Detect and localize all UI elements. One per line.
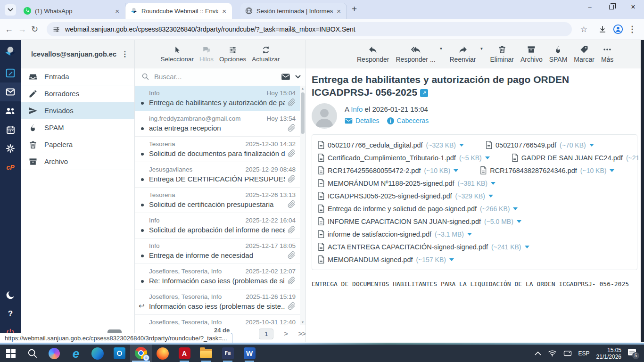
list-item[interactable]: Joseflores, Tesoreria, Info2025-10-31 12… — [135, 315, 300, 325]
fe-app-button[interactable]: F≡ — [217, 345, 239, 362]
headers-toggle[interactable]: Cabeceras — [387, 117, 429, 124]
attachment-item[interactable]: RCR1768438287624346.pdf (~10 KB) — [480, 166, 614, 174]
attachment-item[interactable]: Certificado_Cumplimiento_Tributario-1.pd… — [318, 154, 490, 162]
taskbar-clock[interactable]: 15:05 21/1/2026 — [596, 347, 621, 360]
back-button[interactable]: ← — [5, 25, 13, 34]
list-scrollbar[interactable]: ▲ ▼ — [300, 86, 305, 325]
list-item[interactable]: Tesoreria2025-12-26 13:13 Solicitud de c… — [135, 188, 300, 213]
address-bar[interactable]: webmail.sanjuan.gob.ec/cpsess8323026840/… — [47, 22, 572, 36]
account-menu-icon[interactable]: ⋮ — [119, 49, 131, 58]
start-button[interactable] — [0, 345, 22, 362]
calendar-nav-button[interactable] — [0, 120, 21, 139]
language-indicator[interactable]: ESP — [578, 350, 590, 357]
edge-button[interactable] — [87, 345, 108, 362]
settings-nav-button[interactable] — [0, 139, 21, 158]
reply-button[interactable]: Responder — [357, 45, 389, 63]
forward-menu-icon[interactable]: ▼ — [480, 47, 484, 51]
notification-center-button[interactable]: 5 — [628, 349, 638, 358]
attachment-item[interactable]: INFORME CAPACITACION SAN JUAN-signed.pdf… — [318, 217, 521, 225]
tab-roundcube[interactable]: Roundcube Webmail :: Enviado × — [125, 3, 232, 19]
list-item[interactable]: Jesusgavilanes2025-12-29 08:48 Entrega D… — [135, 162, 300, 188]
bookmark-star-icon[interactable]: ☆ — [580, 25, 587, 34]
attachment-menu-icon[interactable] — [610, 169, 614, 172]
attachment-menu-icon[interactable] — [589, 144, 594, 147]
profile-avatar-icon[interactable] — [613, 24, 623, 34]
attachment-item[interactable]: MEMORÁNDUM Nº1188-2025-signed.pdf (~381 … — [318, 179, 495, 187]
forward-button[interactable]: → — [18, 25, 26, 34]
select-button[interactable]: Seleccionar — [161, 46, 194, 63]
reply-all-menu-icon[interactable]: ▼ — [439, 47, 443, 51]
wifi-icon[interactable] — [548, 350, 557, 357]
tab-search-button[interactable] — [5, 4, 16, 16]
minimize-button[interactable]: – — [579, 0, 601, 14]
chrome-button[interactable]: ☺ — [130, 345, 152, 362]
list-item[interactable]: Joseflores, Tesoreria, Info2025-12-02 12… — [135, 264, 300, 289]
acrobat-button[interactable]: A — [173, 345, 195, 362]
tray-chevron-up-icon[interactable] — [535, 351, 541, 355]
tab-close-icon[interactable]: × — [221, 7, 227, 15]
new-tab-button[interactable]: + — [352, 4, 357, 14]
tab-whatsapp[interactable]: (1) WhatsApp × — [19, 3, 125, 19]
reload-button[interactable]: ↻ — [31, 24, 38, 34]
sidebar-item-archivo[interactable]: Archivo — [21, 153, 134, 170]
scrollbar-thumb[interactable] — [301, 92, 305, 134]
tab-close-icon[interactable]: × — [114, 7, 120, 15]
list-item[interactable]: ↩ Joseflores, Tesoreria, Info2025-11-26 … — [135, 289, 300, 315]
attachment-menu-icon[interactable] — [449, 258, 454, 261]
list-item[interactable]: InfoHoy 15:04 Entrega de habilitantes y … — [135, 86, 300, 111]
sidebar-item-spam[interactable]: SPAM — [21, 119, 134, 136]
recipient-link[interactable]: Info — [351, 105, 363, 113]
attachment-menu-icon[interactable] — [488, 195, 493, 197]
attachment-menu-icon[interactable] — [513, 207, 518, 210]
word-button[interactable]: W — [239, 345, 260, 362]
attachment-item[interactable]: 0502107766549.pdf (~70 KB) — [486, 141, 594, 149]
copilot-button[interactable] — [43, 345, 65, 362]
scroll-up-icon[interactable]: ▲ — [301, 86, 305, 91]
downloads-icon[interactable] — [598, 25, 607, 34]
sidebar-item-enviados[interactable]: Enviados — [21, 102, 134, 119]
attachment-menu-icon[interactable] — [454, 169, 458, 172]
tab-close-icon[interactable]: × — [336, 7, 342, 15]
forward-button[interactable]: Reenviar — [449, 45, 476, 63]
list-item[interactable]: Info2025-12-17 18:05 Entrega de informe … — [135, 239, 300, 264]
details-toggle[interactable]: Detalles — [345, 117, 380, 124]
attachment-menu-icon[interactable] — [467, 233, 472, 236]
search-input[interactable] — [154, 73, 281, 81]
next-page-button[interactable]: > — [284, 330, 288, 337]
attachment-menu-icon[interactable] — [491, 182, 495, 185]
site-settings-icon[interactable] — [52, 25, 60, 33]
attachment-item[interactable]: MEMORANDUM-signed.pdf (~157 KB) — [318, 255, 454, 263]
dark-mode-button[interactable] — [0, 286, 21, 304]
mark-button[interactable]: Marcar — [574, 45, 594, 63]
attachment-item[interactable]: 0502107766_cedula_digital.pdf (~323 KB) — [318, 141, 464, 149]
sidebar-item-papelera[interactable]: Papelera — [21, 136, 134, 153]
help-button[interactable]: ? — [0, 304, 21, 323]
restore-button[interactable] — [601, 0, 622, 14]
tab-session[interactable]: Sesión terminada | Informes Me × — [240, 3, 347, 19]
file-explorer-button[interactable] — [195, 345, 217, 362]
delete-button[interactable]: Eliminar — [490, 45, 514, 63]
attachment-item[interactable]: ACTA ENTREGA CAPACITACIÓN-signed-signed.… — [318, 243, 529, 251]
attachment-item[interactable]: GADPR DE SAN JUAN FC24.pdf (~21 KB) — [512, 154, 644, 162]
reply-all-button[interactable]: Responder ... — [396, 45, 436, 63]
contacts-nav-button[interactable] — [0, 101, 21, 120]
outlook-button[interactable] — [108, 345, 130, 362]
page-number-box[interactable]: 1 — [259, 329, 273, 339]
list-item[interactable]: ing.freddyzambrano@gmail.comHoy 13:54 ac… — [135, 111, 300, 137]
cpanel-button[interactable]: cP — [0, 158, 21, 177]
attachment-item[interactable]: RCR1764255680055472-2.pdf (~10 KB) — [318, 166, 458, 174]
attachment-item[interactable]: Entrega de informe y solictud de pago-si… — [318, 205, 518, 213]
last-page-button[interactable]: >> — [298, 330, 306, 337]
options-button[interactable]: Opciones — [219, 46, 246, 63]
refresh-button[interactable]: Actualizar — [252, 46, 280, 63]
sidebar-item-borradores[interactable]: Borradores — [21, 85, 134, 102]
archive-button[interactable]: Archivo — [520, 45, 543, 63]
threads-button[interactable]: Hilos — [199, 46, 214, 63]
sidebar-item-entrada[interactable]: Entrada — [21, 68, 134, 85]
search-scope-mail-icon[interactable] — [281, 73, 290, 81]
attachment-menu-icon[interactable] — [525, 246, 529, 248]
attachment-menu-icon[interactable] — [517, 220, 521, 223]
scroll-down-icon[interactable]: ▼ — [301, 320, 305, 325]
internet-explorer-button[interactable]: e — [65, 345, 87, 362]
more-button[interactable]: Más — [601, 45, 613, 63]
